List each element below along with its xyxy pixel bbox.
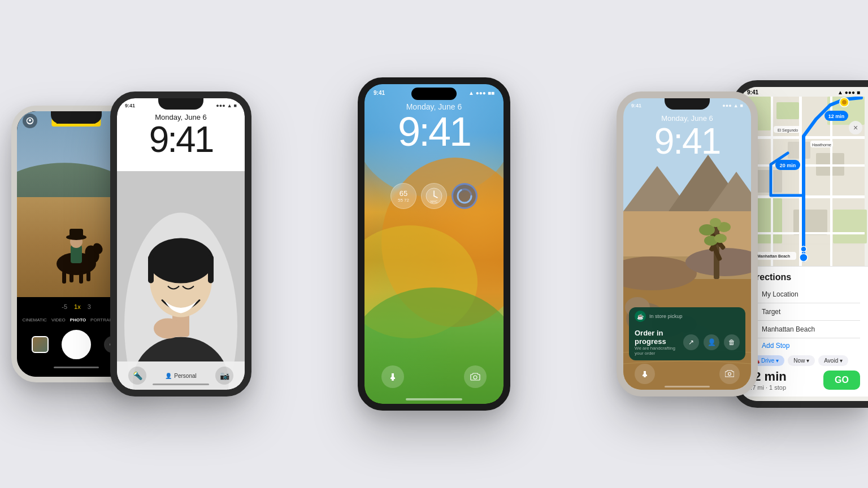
activity-widget[interactable] [452, 183, 478, 209]
desert-screen: 9:41 ●●● ▲ ■ Monday, June 6 9:41 ☕ In st… [623, 98, 751, 390]
personal-text: Personal [174, 373, 196, 379]
colorful-torch-button[interactable] [381, 365, 404, 388]
add-stop-label: Add Stop [762, 342, 789, 350]
bw-camera-button[interactable]: 📷 [215, 367, 233, 385]
bw-torch-button[interactable]: 🔦 [128, 367, 146, 385]
bw-datetime-area: Monday, June 6 9:41 [117, 113, 245, 158]
personal-icon: 👤 [165, 373, 172, 379]
colorful-status-icons: ▲ ●●● ■■ [468, 90, 494, 96]
mode-cinematic[interactable]: CINEMATIC [22, 317, 46, 323]
svg-point-33 [474, 376, 477, 379]
dir-divider-2 [747, 320, 860, 321]
svg-rect-3 [79, 271, 83, 284]
desert-bottom-controls [623, 364, 751, 384]
desert-home-indicator [665, 386, 710, 387]
shutter-inner [64, 332, 89, 357]
desert-time: 9:41 [623, 123, 751, 159]
temp-range: 55 72 [398, 198, 409, 203]
svg-point-83 [800, 254, 808, 262]
colorful-camera-button[interactable] [464, 365, 487, 388]
colorful-home-indicator [406, 398, 462, 400]
colorful-screen: 9:41 ▲ ●●● ■■ Monday, June 6 9:41 65 55 … [364, 84, 504, 404]
shutter-button[interactable] [62, 330, 91, 359]
go-button[interactable]: GO [823, 371, 860, 390]
svg-text:12 min: 12 min [828, 114, 845, 119]
bw-status-bar: 9:41 ●●● ▲ ■ [117, 103, 245, 108]
svg-text:×: × [853, 123, 858, 132]
svg-point-84 [801, 246, 806, 252]
notif-content: Order in progress We are handcrafting yo… [635, 329, 683, 356]
svg-point-50 [714, 234, 727, 243]
home-indicator [54, 367, 99, 368]
add-stop-row[interactable]: + Add Stop [747, 339, 860, 352]
clock-face: NYC [425, 187, 443, 205]
svg-text:NYC: NYC [431, 200, 438, 203]
torch-icon [388, 372, 397, 381]
colorful-widgets: 65 55 72 NYC [364, 183, 504, 209]
mode-video[interactable]: VIDEO [51, 317, 66, 323]
desert-camera-button[interactable] [719, 364, 740, 384]
svg-rect-20 [208, 255, 214, 284]
maps-screen: 9:41 ▲ ●●● ■ [739, 87, 868, 401]
avoid-label: Avoid [824, 358, 838, 364]
route-to-label: Manhattan Beach [762, 325, 815, 333]
starbucks-notification[interactable]: ☕ In store pickup Order in progress We a… [623, 307, 751, 360]
bw-personal-label: 👤 Personal [165, 373, 196, 379]
bw-home-indicator [153, 384, 209, 385]
svg-text:20 min: 20 min [780, 163, 796, 168]
directions-row-via: ● Target [747, 304, 860, 319]
notif-person-icon[interactable]: 👤 [704, 334, 719, 350]
time-widget[interactable]: NYC [421, 183, 447, 209]
mode-photo[interactable]: PHOTO [70, 317, 86, 323]
notif-bottom-bar: Order in progress We are handcrafting yo… [629, 325, 745, 360]
notif-action-icons: ↗ 👤 🗑 [683, 334, 740, 350]
notif-top-bar: ☕ In store pickup [629, 307, 745, 325]
activity-ring [455, 187, 474, 205]
svg-rect-1 [62, 271, 66, 284]
exposure-pos: 3 [88, 303, 91, 310]
colorful-time-status: 9:41 [374, 90, 385, 96]
svg-point-18 [148, 238, 214, 284]
weather-widget[interactable]: 65 55 72 [390, 183, 416, 209]
starbucks-icon: ☕ [635, 311, 646, 322]
directions-row-from: ● My Location [747, 287, 860, 302]
map-area[interactable]: 12 min 20 min Manhattan Beach [739, 97, 868, 266]
svg-rect-4 [86, 271, 90, 281]
bw-portrait-area [117, 171, 245, 390]
desert-torch-icon [641, 370, 649, 378]
svg-point-51 [710, 218, 721, 227]
desert-camera-icon [725, 370, 734, 378]
notif-trash-icon[interactable]: 🗑 [724, 334, 740, 350]
svg-point-12 [29, 119, 31, 121]
dir-divider-1 [747, 303, 860, 303]
phone-colorful-lockscreen: 9:41 ▲ ●●● ■■ Monday, June 6 9:41 65 55 … [358, 77, 510, 411]
now-chevron: ▾ [806, 358, 809, 364]
map-svg: 12 min 20 min Manhattan Beach [739, 97, 868, 266]
notif-navigation-icon[interactable]: ↗ [683, 334, 699, 350]
maps-go-row: 32 min 9.7 mi · 1 stop GO [747, 369, 860, 391]
maps-signal-icons: ▲ ●●● ■ [837, 89, 860, 95]
bw-time-status: 9:41 [125, 103, 135, 108]
notif-order-text: Order in progress [635, 329, 683, 346]
maps-status-bar: 9:41 ▲ ●●● ■ [739, 87, 868, 97]
desert-status-bar: 9:41 ●●● ▲ ■ [623, 103, 751, 108]
now-option[interactable]: Now ▾ [788, 355, 815, 366]
route-via-label: Target [762, 308, 780, 316]
desert-torch-button[interactable] [635, 364, 655, 384]
avoid-option[interactable]: Avoid ▾ [818, 355, 848, 366]
svg-point-82 [842, 100, 847, 104]
bw-screen: 9:41 ●●● ▲ ■ Monday, June 6 9:41 [117, 98, 245, 390]
temp-value: 65 [400, 189, 407, 198]
phone-bw-lockscreen: 9:41 ●●● ▲ ■ Monday, June 6 9:41 [110, 91, 251, 396]
svg-rect-61 [776, 102, 799, 119]
svg-rect-32 [392, 379, 394, 381]
svg-point-21 [154, 319, 182, 339]
desert-status-icons: ●●● ▲ ■ [722, 103, 743, 108]
camera-thumbnail[interactable] [32, 336, 49, 353]
svg-text:Hawthorne: Hawthorne [812, 143, 831, 147]
face-icon[interactable] [23, 114, 37, 128]
exposure-mid: 1x [74, 303, 81, 310]
svg-rect-68 [793, 210, 827, 235]
bw-status-icons: ●●● ▲ ■ [216, 103, 237, 108]
directions-row-to: ● Manhattan Beach [747, 322, 860, 337]
